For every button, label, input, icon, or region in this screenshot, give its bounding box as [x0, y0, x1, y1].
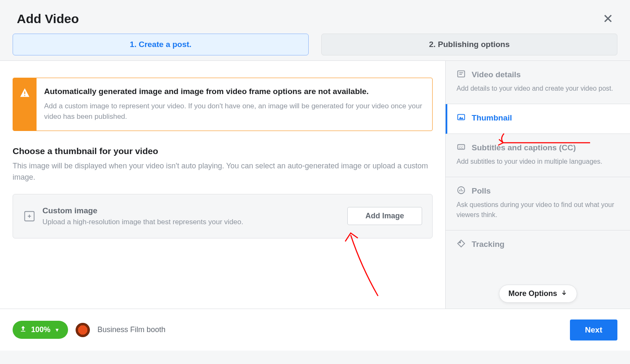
details-icon	[457, 69, 466, 80]
svg-rect-18	[21, 331, 26, 332]
svg-marker-9	[459, 117, 464, 119]
step-tabs: 1. Create a post. 2. Publishing options	[0, 34, 630, 61]
button-label: Next	[585, 325, 602, 334]
next-button[interactable]: Next	[570, 319, 617, 340]
caret-down-icon: ▼	[55, 327, 60, 333]
tab-label: 1. Create a post.	[130, 40, 192, 49]
account-avatar[interactable]	[76, 323, 90, 337]
cc-icon: CC	[457, 142, 466, 153]
svg-rect-0	[24, 92, 25, 94]
dialog-title: Add Video	[17, 12, 79, 26]
warning-description: Add a custom image to represent your vid…	[44, 101, 423, 122]
thumbnail-section-description: This image will be displayed when your v…	[13, 160, 433, 183]
thumbnail-section-title: Choose a thumbnail for your video	[13, 146, 433, 156]
warning-title: Automatically generated image and image …	[44, 86, 423, 97]
tab-label: 2. Publishing options	[429, 40, 509, 49]
more-options-button[interactable]: More Options	[499, 285, 577, 303]
custom-image-description: Upload a high-resolution image that best…	[42, 218, 341, 226]
add-image-button[interactable]: Add Image	[347, 207, 422, 225]
settings-sidebar: Video details Add details to your video …	[445, 61, 630, 309]
tab-publishing-options[interactable]: 2. Publishing options	[321, 34, 617, 55]
sidebar-item-label: Video details	[472, 70, 521, 79]
sidebar-item-description: Add details to your video and create you…	[457, 84, 619, 94]
dialog-footer: 100% ▼ Business Film booth Next	[0, 309, 630, 351]
sidebar-item-label: Subtitles and captions (CC)	[472, 143, 576, 152]
account-name: Business Film booth	[97, 325, 165, 334]
svg-point-16	[459, 242, 461, 243]
sidebar-item-description: Add subtitles to your video in multiple …	[457, 157, 619, 167]
main-column: Automatically generated image and image …	[0, 61, 445, 309]
sidebar-item-tracking[interactable]: Tracking	[446, 230, 630, 267]
upload-percent: 100%	[31, 325, 50, 334]
button-label: More Options	[509, 289, 557, 298]
add-image-icon	[23, 210, 36, 223]
sidebar-item-thumbnail[interactable]: Thumbnail	[446, 104, 630, 134]
sidebar-item-description: Ask questions during your video to find …	[457, 200, 619, 220]
button-label: Add Image	[365, 212, 404, 220]
sidebar-item-polls[interactable]: Polls Ask questions during your video to…	[446, 177, 630, 230]
custom-image-card: Custom image Upload a high-resolution im…	[13, 194, 433, 238]
warning-icon	[13, 78, 37, 131]
arrow-down-icon	[561, 289, 567, 298]
tag-icon	[457, 239, 466, 250]
upload-status-pill[interactable]: 100% ▼	[13, 321, 68, 339]
svg-text:CC: CC	[459, 146, 464, 149]
poll-icon	[457, 186, 466, 196]
sidebar-item-label: Polls	[472, 186, 491, 196]
dialog-body: Automatically generated image and image …	[0, 61, 630, 309]
tab-create-post[interactable]: 1. Create a post.	[13, 34, 309, 55]
dialog-header: Add Video ✕	[0, 0, 630, 34]
svg-rect-1	[24, 95, 25, 96]
upload-icon	[19, 325, 27, 335]
close-icon[interactable]: ✕	[603, 13, 613, 25]
sidebar-item-label: Tracking	[472, 240, 504, 249]
sidebar-item-video-details[interactable]: Video details Add details to your video …	[446, 61, 630, 104]
image-icon	[457, 113, 466, 123]
sidebar-item-subtitles[interactable]: CC Subtitles and captions (CC) Add subti…	[446, 134, 630, 177]
sidebar-item-label: Thumbnail	[472, 113, 512, 123]
custom-image-title: Custom image	[42, 206, 341, 215]
warning-banner: Automatically generated image and image …	[13, 78, 433, 131]
